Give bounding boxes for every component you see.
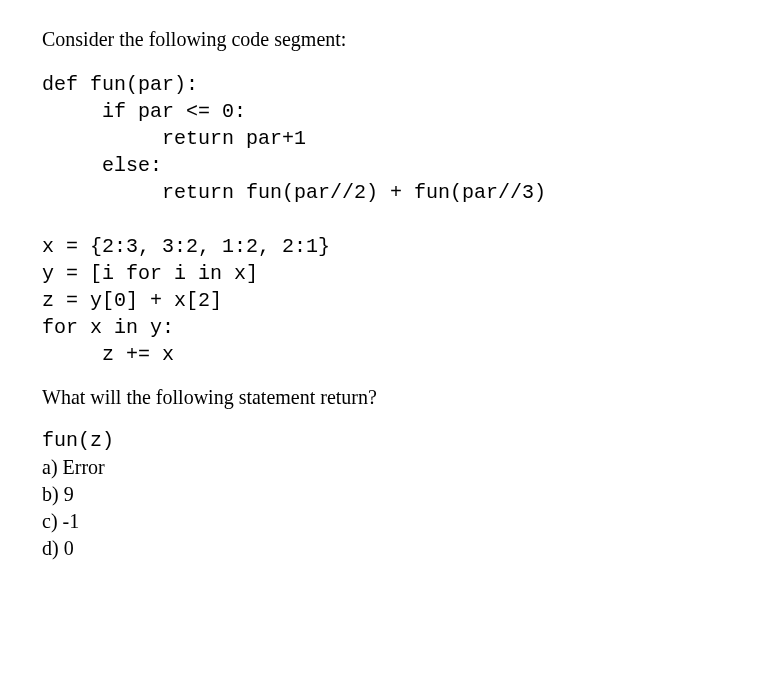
code-line-2: if par <= 0: bbox=[42, 100, 246, 123]
code-line-9: z = y[0] + x[2] bbox=[42, 289, 222, 312]
option-c: c) -1 bbox=[42, 508, 738, 535]
code-line-1: def fun(par): bbox=[42, 73, 198, 96]
code-line-11: z += x bbox=[42, 343, 174, 366]
code-line-7: x = {2:3, 3:2, 1:2, 2:1} bbox=[42, 235, 330, 258]
option-b: b) 9 bbox=[42, 481, 738, 508]
code-line-8: y = [i for i in x] bbox=[42, 262, 258, 285]
question-text: What will the following statement return… bbox=[42, 386, 738, 409]
code-line-4: else: bbox=[42, 154, 162, 177]
code-line-5: return fun(par//2) + fun(par//3) bbox=[42, 181, 546, 204]
code-line-3: return par+1 bbox=[42, 127, 306, 150]
option-d: d) 0 bbox=[42, 535, 738, 562]
function-call: fun(z) bbox=[42, 427, 738, 454]
answers-block: fun(z) a) Error b) 9 c) -1 d) 0 bbox=[42, 427, 738, 562]
option-a: a) Error bbox=[42, 454, 738, 481]
code-line-10: for x in y: bbox=[42, 316, 174, 339]
code-segment: def fun(par): if par <= 0: return par+1 … bbox=[42, 71, 738, 368]
intro-text: Consider the following code segment: bbox=[42, 28, 738, 51]
